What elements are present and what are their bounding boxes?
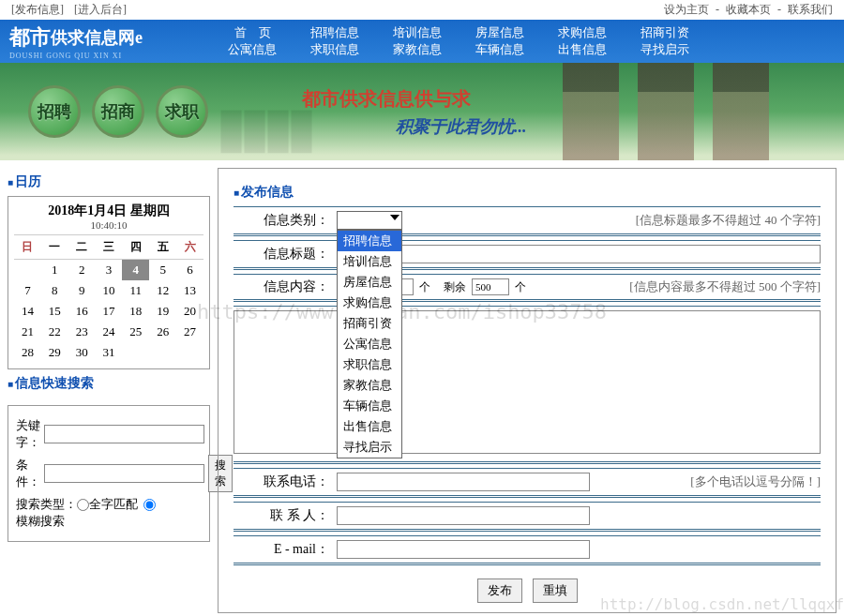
reset-button[interactable]: 重填 — [533, 578, 578, 603]
dropdown-item[interactable]: 房屋信息 — [338, 272, 401, 293]
calendar-weekday: 二 — [68, 234, 96, 260]
banner-circle-button[interactable]: 求职 — [156, 85, 208, 138]
nav-link[interactable]: 房屋信息 — [475, 24, 524, 41]
calendar-day[interactable]: 16 — [68, 301, 96, 322]
content-hint: [信息内容最多不得超过 500 个字符] — [629, 278, 821, 295]
fuzzy-radio[interactable] — [143, 499, 156, 511]
dropdown-item[interactable]: 家教信息 — [338, 375, 401, 396]
category-dropdown[interactable]: 招聘信息培训信息房屋信息求购信息招商引资公寓信息求职信息家教信息车辆信息出售信息… — [337, 211, 402, 230]
phone-input[interactable] — [337, 473, 590, 491]
calendar-day[interactable]: 24 — [96, 322, 123, 342]
calendar-day[interactable]: 12 — [149, 280, 176, 301]
favorite-link[interactable]: 收藏本页 — [726, 3, 771, 16]
nav-link[interactable]: 求职信息 — [310, 41, 359, 58]
calendar-day[interactable]: 23 — [68, 322, 96, 342]
contact-link[interactable]: 联系我们 — [788, 3, 833, 16]
nav-link[interactable]: 寻找启示 — [641, 41, 689, 58]
dropdown-item[interactable]: 求职信息 — [338, 354, 401, 375]
topbar-right: 设为主页 - 收藏本页 - 联系我们 — [660, 2, 836, 18]
topbar-left: [发布信息] [进入后台] — [8, 2, 130, 18]
nav-link[interactable]: 培训信息 — [393, 24, 442, 41]
chevron-down-icon — [390, 215, 399, 220]
calendar-day[interactable]: 15 — [41, 301, 68, 322]
nav-link[interactable]: 家教信息 — [393, 41, 442, 58]
email-input[interactable] — [337, 540, 590, 559]
category-label: 信息类别： — [234, 212, 337, 229]
calendar-day[interactable]: 29 — [41, 342, 68, 363]
dropdown-item[interactable]: 招商引资 — [338, 313, 401, 334]
nav-link[interactable]: 求购信息 — [558, 24, 607, 41]
dropdown-item[interactable]: 寻找启示 — [338, 437, 401, 458]
submit-button[interactable]: 发布 — [477, 578, 522, 603]
dropdown-item[interactable]: 出售信息 — [338, 416, 401, 437]
calendar-day[interactable]: 21 — [14, 322, 41, 342]
calendar-day[interactable]: 9 — [68, 280, 96, 301]
dropdown-item[interactable]: 车辆信息 — [338, 396, 401, 416]
calendar-weekday: 五 — [149, 234, 176, 260]
calendar-date: 2018年1月4日 星期四 — [14, 203, 203, 219]
logo: 都市 供求信息网e DOUSHI GONG QIU XIN XI — [0, 23, 211, 60]
calendar-weekday: 日 — [14, 234, 41, 260]
calendar-day[interactable]: 4 — [122, 260, 149, 280]
search-title: 信息快速搜索 — [8, 375, 210, 392]
publish-link[interactable]: [发布信息] — [11, 3, 64, 16]
admin-link[interactable]: [进入后台] — [74, 3, 127, 16]
calendar-day[interactable]: 3 — [96, 260, 123, 280]
calendar-day[interactable]: 17 — [96, 301, 123, 322]
dropdown-item[interactable]: 招聘信息 — [338, 231, 401, 251]
calendar-day[interactable]: 6 — [176, 260, 203, 280]
dropdown-item[interactable]: 公寓信息 — [338, 334, 401, 354]
contact-input[interactable] — [337, 506, 590, 525]
title-label: 信息标题： — [234, 246, 337, 263]
calendar-day[interactable]: 8 — [41, 280, 68, 301]
calendar: 2018年1月4日 星期四 10:40:10 日一二三四五六1234567891… — [8, 196, 210, 369]
calendar-day[interactable]: 10 — [96, 280, 123, 301]
nav-link[interactable]: 招商引资 — [641, 24, 689, 41]
calendar-day[interactable]: 30 — [68, 342, 96, 363]
nav-link[interactable]: 公寓信息 — [228, 41, 277, 58]
header: 都市 供求信息网e DOUSHI GONG QIU XIN XI 首 页公寓信息… — [0, 20, 844, 63]
banner-subtitle: 积聚于此君勿忧... — [396, 115, 527, 138]
condition-input[interactable] — [44, 464, 204, 483]
fullmatch-radio[interactable] — [77, 499, 89, 511]
set-home-link[interactable]: 设为主页 — [664, 3, 709, 16]
nav-link[interactable]: 车辆信息 — [475, 41, 524, 58]
calendar-day[interactable]: 19 — [149, 301, 176, 322]
calendar-day[interactable]: 7 — [14, 280, 41, 301]
nav-link[interactable]: 招聘信息 — [310, 24, 359, 41]
calendar-day[interactable]: 28 — [14, 342, 41, 363]
calendar-day[interactable]: 25 — [122, 322, 149, 342]
title-input[interactable] — [337, 245, 821, 263]
contact-label: 联 系 人： — [234, 507, 337, 524]
calendar-weekday: 三 — [96, 234, 123, 260]
calendar-day[interactable]: 13 — [176, 280, 203, 301]
title-hint: [信息标题最多不得超过 40 个字符] — [636, 212, 821, 229]
calendar-day[interactable]: 26 — [149, 322, 176, 342]
calendar-day[interactable]: 22 — [41, 322, 68, 342]
nav-link[interactable]: 首 页 — [234, 24, 271, 41]
calendar-day[interactable]: 14 — [14, 301, 41, 322]
calendar-day[interactable]: 11 — [122, 280, 149, 301]
banner-circle-button[interactable]: 招聘 — [28, 85, 81, 138]
keyword-label: 关键字： — [16, 417, 40, 451]
calendar-day[interactable]: 27 — [176, 322, 203, 342]
content-textarea[interactable] — [234, 310, 821, 454]
keyword-input[interactable] — [44, 425, 204, 443]
banner-circle-button[interactable]: 招商 — [92, 85, 144, 138]
calendar-day — [176, 342, 203, 363]
calendar-day[interactable]: 5 — [149, 260, 176, 280]
dropdown-item[interactable]: 培训信息 — [338, 251, 401, 272]
calendar-day[interactable]: 18 — [122, 301, 149, 322]
remain-count: 500 — [472, 278, 509, 295]
condition-label: 条 件： — [16, 457, 40, 490]
calendar-day — [122, 342, 149, 363]
dropdown-item[interactable]: 求购信息 — [338, 293, 401, 313]
nav-link[interactable]: 出售信息 — [558, 41, 607, 58]
calendar-day[interactable]: 1 — [41, 260, 68, 280]
calendar-day[interactable]: 2 — [68, 260, 96, 280]
calendar-day[interactable]: 31 — [96, 342, 123, 363]
quick-search: 关键字： 条 件： 搜索 搜索类型： 全字匹配 模糊搜索 — [8, 405, 210, 542]
calendar-weekday: 四 — [122, 234, 149, 260]
calendar-day[interactable]: 20 — [176, 301, 203, 322]
calendar-day — [149, 342, 176, 363]
